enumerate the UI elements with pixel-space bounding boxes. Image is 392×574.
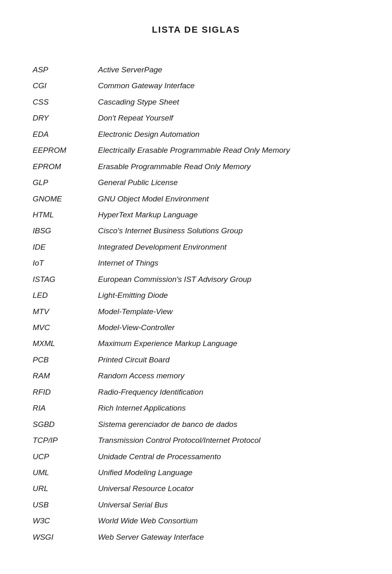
page-title: LISTA DE SIGLAS: [33, 25, 359, 35]
acronym-row: IDEIntegrated Development Environment: [33, 241, 359, 253]
acronym-row: ISTAGEuropean Commission's IST Advisory …: [33, 273, 359, 285]
acronym-meaning: Transmission Control Protocol/Internet P…: [98, 434, 359, 446]
acronym-row: SGBD Sistema gerenciador de banco de dad…: [33, 418, 359, 430]
acronym-meaning: Unified Modeling Language: [98, 467, 359, 478]
acronym-code: UCP: [33, 451, 98, 462]
acronym-code: PCB: [33, 354, 98, 366]
acronym-row: RFIDRadio-Frequency Identification: [33, 386, 359, 398]
acronym-meaning: Cascading Stype Sheet: [98, 96, 359, 108]
acronym-meaning: Light-Emitting Diode: [98, 289, 359, 301]
acronym-code: MXML: [33, 337, 98, 349]
acronym-row: ASPActive ServerPage: [33, 64, 359, 76]
acronym-code: GLP: [33, 176, 98, 188]
acronym-meaning: Maximum Experience Markup Language: [98, 337, 359, 349]
acronym-code: URL: [33, 482, 98, 494]
acronym-code: IoT: [33, 257, 98, 269]
acronym-code: USB: [33, 499, 98, 511]
acronym-code: RAM: [33, 370, 98, 382]
acronym-code: EEPROM: [33, 144, 98, 156]
acronym-meaning: Random Access memory: [98, 370, 359, 382]
acronym-code: RFID: [33, 386, 98, 398]
acronym-row: EDAElectronic Design Automation: [33, 128, 359, 140]
acronym-code: EPROM: [33, 161, 98, 172]
acronym-meaning: Sistema gerenciador de banco de dados: [98, 418, 359, 430]
acronym-meaning: Electronic Design Automation: [98, 128, 359, 140]
acronym-row: EEPROMElectrically Erasable Programmable…: [33, 144, 359, 156]
acronym-meaning: Universal Serial Bus: [98, 499, 359, 511]
acronym-row: HTMLHyperText Markup Language: [33, 209, 359, 221]
acronym-code: ASP: [33, 64, 98, 76]
acronym-code: LED: [33, 289, 98, 301]
acronym-meaning: Electrically Erasable Programmable Read …: [98, 144, 359, 156]
acronym-meaning: Active ServerPage: [98, 64, 359, 76]
acronym-code: IBSG: [33, 225, 98, 237]
acronym-meaning: Radio-Frequency Identification: [98, 386, 359, 398]
acronym-meaning: European Commission's IST Advisory Group: [98, 273, 359, 285]
acronym-code: WSGI: [33, 531, 98, 543]
acronym-code: ISTAG: [33, 273, 98, 285]
acronym-meaning: Erasable Programmable Read Only Memory: [98, 161, 359, 172]
acronym-row: LEDLight-Emitting Diode: [33, 289, 359, 301]
acronym-code: UML: [33, 467, 98, 478]
acronym-row: MVCModel-View-Controller: [33, 322, 359, 333]
acronym-row: GLPGeneral Public License: [33, 176, 359, 188]
acronym-code: RIA: [33, 402, 98, 414]
acronym-meaning: Model-Template-View: [98, 306, 359, 317]
acronym-row: MTVModel-Template-View: [33, 306, 359, 317]
acronym-row: GNOMEGNU Object Model Environment: [33, 193, 359, 205]
acronym-row: W3CWorld Wide Web Consortium: [33, 515, 359, 527]
acronym-meaning: World Wide Web Consortium: [98, 515, 359, 527]
acronym-meaning: Internet of Things: [98, 257, 359, 269]
acronym-row: URLUniversal Resource Locator: [33, 482, 359, 494]
acronym-meaning: General Public License: [98, 176, 359, 188]
acronym-code: MTV: [33, 306, 98, 317]
acronym-code: CGI: [33, 80, 98, 92]
acronym-row: DRYDon't Repeat Yourself: [33, 112, 359, 124]
acronym-code: W3C: [33, 515, 98, 527]
acronym-row: IoTInternet of Things: [33, 257, 359, 269]
acronym-row: TCP/IPTransmission Control Protocol/Inte…: [33, 434, 359, 446]
acronym-meaning: GNU Object Model Environment: [98, 193, 359, 205]
acronym-list: ASPActive ServerPageCGICommon Gateway In…: [33, 64, 359, 543]
acronym-code: MVC: [33, 322, 98, 333]
acronym-row: RIARich Internet Applications: [33, 402, 359, 414]
acronym-row: WSGIWeb Server Gateway Interface: [33, 531, 359, 543]
acronym-code: EDA: [33, 128, 98, 140]
acronym-row: IBSGCisco's Internet Business Solutions …: [33, 225, 359, 237]
acronym-row: EPROMErasable Programmable Read Only Mem…: [33, 161, 359, 172]
acronym-code: DRY: [33, 112, 98, 124]
acronym-meaning: Common Gateway Interface: [98, 80, 359, 92]
acronym-code: SGBD: [33, 418, 98, 430]
acronym-row: CSSCascading Stype Sheet: [33, 96, 359, 108]
acronym-meaning: Unidade Central de Processamento: [98, 451, 359, 462]
acronym-meaning: HyperText Markup Language: [98, 209, 359, 221]
acronym-code: CSS: [33, 96, 98, 108]
acronym-row: UMLUnified Modeling Language: [33, 467, 359, 478]
acronym-meaning: Integrated Development Environment: [98, 241, 359, 253]
acronym-row: USBUniversal Serial Bus: [33, 499, 359, 511]
acronym-row: MXMLMaximum Experience Markup Language: [33, 337, 359, 349]
acronym-meaning: Web Server Gateway Interface: [98, 531, 359, 543]
acronym-meaning: Universal Resource Locator: [98, 482, 359, 494]
acronym-row: PCB Printed Circuit Board: [33, 354, 359, 366]
acronym-code: TCP/IP: [33, 434, 98, 446]
acronym-code: HTML: [33, 209, 98, 221]
acronym-meaning: Rich Internet Applications: [98, 402, 359, 414]
acronym-row: UCPUnidade Central de Processamento: [33, 451, 359, 462]
acronym-meaning: Don't Repeat Yourself: [98, 112, 359, 124]
acronym-code: IDE: [33, 241, 98, 253]
acronym-code: GNOME: [33, 193, 98, 205]
acronym-meaning: Model-View-Controller: [98, 322, 359, 333]
acronym-meaning: Printed Circuit Board: [98, 354, 359, 366]
acronym-row: RAMRandom Access memory: [33, 370, 359, 382]
acronym-row: CGICommon Gateway Interface: [33, 80, 359, 92]
acronym-meaning: Cisco's Internet Business Solutions Grou…: [98, 225, 359, 237]
